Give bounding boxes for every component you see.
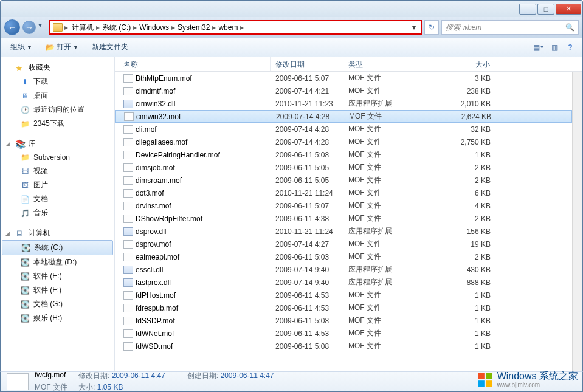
sidebar-item[interactable]: 💽娱乐 (H:): [1, 311, 114, 325]
sidebar-item[interactable]: 🎞视频: [1, 164, 114, 178]
refresh-button[interactable]: ↻: [424, 20, 439, 35]
file-size: 2,624 KB: [422, 112, 496, 121]
sidebar-item[interactable]: 💽软件 (E:): [1, 269, 114, 283]
file-date: 2009-06-11 4:53: [271, 329, 343, 338]
file-row[interactable]: DevicePairingHandler.mof2009-06-11 5:08M…: [115, 148, 572, 161]
sidebar-item[interactable]: 📄文档: [1, 192, 114, 206]
maximize-button[interactable]: □: [537, 4, 554, 15]
column-size[interactable]: 大小: [421, 57, 495, 71]
file-row[interactable]: fdWSD.mof2009-06-11 5:08MOF 文件1 KB: [115, 340, 572, 352]
open-button[interactable]: 📂打开▼: [41, 40, 83, 54]
computer-header[interactable]: ◢🖥计算机: [1, 226, 114, 240]
vertical-scrollbar[interactable]: [572, 72, 582, 371]
file-icon: [123, 87, 133, 95]
file-row[interactable]: cimdmtf.mof2009-07-14 4:21MOF 文件238 KB: [115, 84, 572, 97]
file-rows[interactable]: BthMtpEnum.mof2009-06-11 5:07MOF 文件3 KBc…: [115, 72, 572, 371]
sidebar-item[interactable]: 💽本地磁盘 (D:): [1, 255, 114, 269]
address-bar[interactable]: ▸ 计算机▸系统 (C:)▸Windows▸System32▸wbem▸ ▾: [49, 20, 422, 35]
breadcrumb-item[interactable]: 计算机: [70, 23, 95, 32]
help-button[interactable]: ?: [563, 41, 578, 54]
nav-history-dropdown[interactable]: ▾: [38, 21, 47, 34]
window-titlebar: — □ ✕: [0, 0, 583, 17]
file-icon: [123, 291, 133, 300]
sidebar-item-icon: 📄: [20, 194, 30, 204]
column-date[interactable]: 修改日期: [271, 57, 343, 71]
file-icon: [123, 266, 133, 274]
new-folder-button[interactable]: 新建文件夹: [87, 40, 133, 54]
search-input[interactable]: 搜索 wbem 🔍: [441, 20, 579, 35]
forward-button[interactable]: →: [22, 21, 36, 34]
sidebar-item-icon: 🖼: [20, 181, 30, 190]
breadcrumb-item[interactable]: 系统 (C:): [100, 23, 133, 32]
file-name: fdrespub.mof: [136, 304, 178, 312]
sidebar-item[interactable]: 🖥桌面: [1, 89, 114, 103]
sidebar-item[interactable]: 💽文档 (G:): [1, 297, 114, 311]
file-row[interactable]: fastprox.dll2009-07-14 9:40应用程序扩展888 KB: [115, 276, 572, 289]
address-dropdown-icon[interactable]: ▾: [410, 23, 418, 32]
file-row[interactable]: cli.mof2009-07-14 4:28MOF 文件32 KB: [115, 123, 572, 136]
file-row[interactable]: fdWNet.mof2009-06-11 4:53MOF 文件1 KB: [115, 327, 572, 340]
breadcrumb-sep-icon[interactable]: ▸: [95, 23, 100, 32]
file-row[interactable]: dot3.mof2010-11-21 11:24MOF 文件6 KB: [115, 187, 572, 199]
sidebar-item[interactable]: 📁2345下载: [1, 117, 114, 131]
file-name: cimdmtf.mof: [136, 87, 175, 95]
file-type: MOF 文件: [344, 111, 422, 122]
breadcrumb-item[interactable]: System32: [176, 23, 212, 32]
navigation-pane: ★收藏夹 ⬇下载🖥桌面🕑最近访问的位置📁2345下载 ◢📚库 📁Subversi…: [1, 57, 115, 371]
sidebar-item-label: 下载: [33, 77, 48, 87]
sidebar-item-icon: 🕑: [20, 105, 30, 115]
file-list-pane: 名称 修改日期 类型 大小 BthMtpEnum.mof2009-06-11 5…: [115, 57, 582, 371]
preview-pane-button[interactable]: ▥: [547, 41, 562, 54]
libraries-header[interactable]: ◢📚库: [1, 137, 114, 151]
file-row[interactable]: fdrespub.mof2009-06-11 4:53MOF 文件1 KB: [115, 301, 572, 314]
sidebar-item[interactable]: 📁Subversion: [1, 151, 114, 164]
file-type: 应用程序扩展: [343, 98, 421, 109]
breadcrumb-sep-icon[interactable]: ▸: [240, 23, 244, 32]
sidebar-item[interactable]: ⬇下载: [1, 75, 114, 89]
file-icon: [123, 100, 133, 108]
file-row[interactable]: dimsjob.mof2009-06-11 5:05MOF 文件2 KB: [115, 161, 572, 174]
favorites-header[interactable]: ★收藏夹: [1, 61, 114, 75]
breadcrumb-item[interactable]: Windows: [137, 23, 171, 32]
sidebar-item-label: 2345下载: [33, 119, 64, 129]
file-size: 1 KB: [421, 342, 495, 351]
sidebar-item[interactable]: 🖼图片: [1, 178, 114, 192]
file-row[interactable]: dimsroam.mof2009-06-11 5:05MOF 文件2 KB: [115, 174, 572, 187]
file-icon: [123, 278, 133, 287]
file-row[interactable]: cimwin32.mof2009-07-14 4:28MOF 文件2,624 K…: [115, 110, 572, 123]
sidebar-item-icon: 📁: [20, 153, 30, 162]
file-row[interactable]: dsprov.dll2010-11-21 11:24应用程序扩展156 KB: [115, 225, 572, 238]
organize-button[interactable]: 组织▼: [5, 40, 37, 54]
column-name[interactable]: 名称: [115, 57, 271, 71]
minimize-button[interactable]: —: [519, 4, 536, 15]
view-options-button[interactable]: ▤▼: [531, 41, 546, 54]
breadcrumb-item[interactable]: wbem: [216, 23, 240, 32]
file-row[interactable]: eaimeapi.mof2009-06-11 5:03MOF 文件2 KB: [115, 250, 572, 263]
sidebar-item[interactable]: 💽系统 (C:): [2, 240, 113, 255]
close-button[interactable]: ✕: [556, 4, 581, 15]
file-row[interactable]: dsprov.mof2009-07-14 4:27MOF 文件19 KB: [115, 238, 572, 250]
sidebar-item[interactable]: 🕑最近访问的位置: [1, 103, 114, 117]
sidebar-item[interactable]: 💽软件 (F:): [1, 283, 114, 297]
file-row[interactable]: fdSSDP.mof2009-06-11 5:08MOF 文件1 KB: [115, 314, 572, 327]
file-row[interactable]: fdPHost.mof2009-06-11 4:53MOF 文件1 KB: [115, 289, 572, 301]
file-row[interactable]: cimwin32.dll2010-11-21 11:23应用程序扩展2,010 …: [115, 97, 572, 110]
column-type[interactable]: 类型: [343, 57, 421, 71]
file-icon: [123, 163, 133, 172]
file-row[interactable]: DShowRdpFilter.mof2009-06-11 4:38MOF 文件2…: [115, 212, 572, 225]
file-size: 3 KB: [421, 74, 495, 83]
back-button[interactable]: ←: [4, 19, 20, 35]
file-type: MOF 文件: [343, 201, 421, 211]
file-row[interactable]: BthMtpEnum.mof2009-06-11 5:07MOF 文件3 KB: [115, 72, 572, 84]
file-row[interactable]: drvinst.mof2009-06-11 5:07MOF 文件4 KB: [115, 199, 572, 212]
breadcrumb-sep-icon[interactable]: ▸: [171, 23, 176, 32]
watermark-title: Windows 系统之家: [497, 371, 578, 382]
file-row[interactable]: esscli.dll2009-07-14 9:40应用程序扩展430 KB: [115, 263, 572, 276]
file-type: MOF 文件: [343, 150, 421, 160]
computer-group: ◢🖥计算机 💽系统 (C:)💽本地磁盘 (D:)💽软件 (E:)💽软件 (F:)…: [1, 226, 114, 325]
file-date: 2009-07-14 4:28: [271, 138, 343, 146]
sidebar-item[interactable]: 🎵音乐: [1, 206, 114, 220]
file-size: 2,750 KB: [421, 138, 495, 146]
file-icon: [123, 215, 133, 223]
file-row[interactable]: cliegaliases.mof2009-07-14 4:28MOF 文件2,7…: [115, 136, 572, 148]
